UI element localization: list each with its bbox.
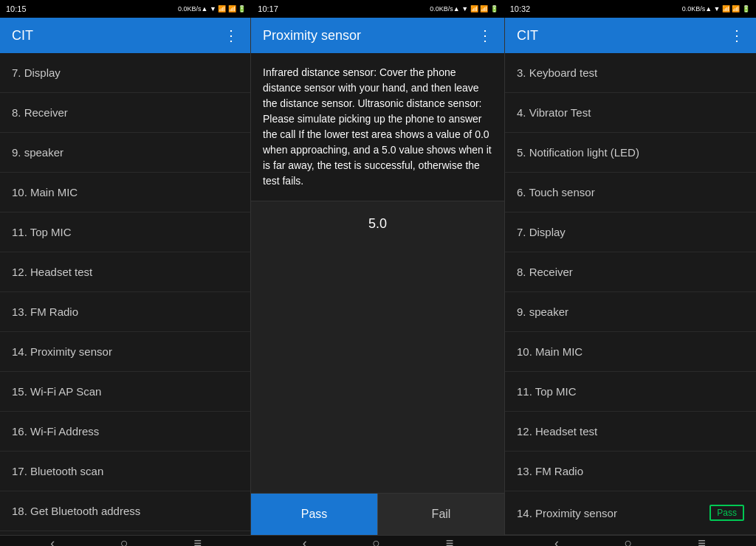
app-bar-left: CIT ⋮ bbox=[0, 18, 250, 53]
list-item[interactable]: 13. FM Radio bbox=[0, 292, 250, 332]
list-item[interactable]: 8. Receiver bbox=[505, 252, 756, 292]
app-bar-title-right: CIT bbox=[517, 28, 538, 44]
list-item[interactable]: 9. speaker bbox=[0, 133, 250, 173]
time-left: 10:15 bbox=[6, 4, 27, 13]
list-item[interactable]: 8. Receiver bbox=[0, 93, 250, 133]
nav-back-left[interactable]: ‹ bbox=[50, 536, 55, 546]
list-item[interactable]: 10. Main MIC bbox=[0, 173, 250, 212]
nav-menu-left[interactable]: ≡ bbox=[193, 536, 202, 546]
list-item[interactable]: 7. Display bbox=[505, 212, 756, 252]
sensor-value: 5.0 bbox=[368, 216, 387, 232]
icons-middle: 0.0KB/s▲ ▼ 📶 📶 🔋 bbox=[430, 5, 498, 13]
pass-button[interactable]: Pass bbox=[251, 494, 377, 535]
list-item[interactable]: 7. Display bbox=[0, 53, 250, 93]
app-bar-right: CIT ⋮ bbox=[505, 18, 756, 53]
list-item[interactable]: 16. Wi-Fi Address bbox=[0, 412, 250, 452]
time-middle: 10:17 bbox=[258, 4, 278, 13]
list-item[interactable]: 4. Vibrator Test bbox=[505, 93, 756, 133]
sensor-value-area: 5.0 bbox=[251, 201, 504, 494]
icons-left: 0.0KB/s▲ ▼ 📶 📶 🔋 bbox=[178, 5, 246, 13]
list-item-label: 12. Headset test bbox=[517, 425, 597, 438]
nav-back-right[interactable]: ‹ bbox=[554, 536, 559, 546]
nav-back-middle[interactable]: ‹ bbox=[303, 536, 307, 546]
list-item-label: 7. Display bbox=[517, 226, 566, 238]
status-bars-row: 10:15 0.0KB/s▲ ▼ 📶 📶 🔋 10:17 0.0KB/s▲ ▼ … bbox=[0, 0, 756, 18]
list-item[interactable]: 11. Top MIC bbox=[0, 212, 250, 252]
list-item[interactable]: 5. Notification light (LED) bbox=[505, 133, 756, 173]
sensor-description: Infrared distance sensor: Cover the phon… bbox=[251, 53, 504, 201]
list-item-label: 14. Proximity sensor bbox=[517, 507, 617, 519]
list-item[interactable]: 12. Headset test bbox=[505, 412, 756, 452]
list-left: 7. Display8. Receiver9. speaker10. Main … bbox=[0, 53, 250, 535]
list-item[interactable]: 6. Touch sensor bbox=[505, 173, 756, 212]
nav-menu-middle[interactable]: ≡ bbox=[446, 536, 454, 546]
action-buttons: Pass Fail bbox=[251, 494, 504, 535]
icons-right: 0.0KB/s▲ ▼ 📶 📶 🔋 bbox=[682, 5, 750, 13]
list-item-label: 11. Top MIC bbox=[517, 385, 577, 398]
nav-home-middle[interactable]: ○ bbox=[372, 536, 380, 546]
list-item-label: 6. Touch sensor bbox=[517, 186, 595, 198]
list-right: 3. Keyboard test4. Vibrator Test5. Notif… bbox=[505, 53, 756, 535]
list-item-label: 13. FM Radio bbox=[517, 465, 583, 477]
app-bar-middle: Proximity sensor ⋮ bbox=[251, 18, 504, 53]
nav-menu-right[interactable]: ≡ bbox=[698, 536, 706, 546]
panel-middle: Proximity sensor ⋮ Infrared distance sen… bbox=[251, 18, 505, 535]
list-item-label: 5. Notification light (LED) bbox=[517, 146, 639, 159]
list-item[interactable]: 13. FM Radio bbox=[505, 452, 756, 491]
time-right: 10:32 bbox=[510, 4, 531, 13]
list-item[interactable]: 12. Headset test bbox=[0, 252, 250, 292]
panel-left: CIT ⋮ 7. Display8. Receiver9. speaker10.… bbox=[0, 18, 251, 535]
fail-button[interactable]: Fail bbox=[377, 494, 504, 535]
status-bar-middle: 10:17 0.0KB/s▲ ▼ 📶 📶 🔋 bbox=[252, 0, 504, 18]
bottom-nav-row: ‹ ○ ≡ ‹ ○ ≡ ‹ ○ ≡ bbox=[0, 535, 756, 546]
panel-right: CIT ⋮ 3. Keyboard test4. Vibrator Test5.… bbox=[505, 18, 756, 535]
bottom-nav-right: ‹ ○ ≡ bbox=[504, 535, 756, 546]
menu-icon-middle[interactable]: ⋮ bbox=[478, 27, 492, 44]
status-bar-left: 10:15 0.0KB/s▲ ▼ 📶 📶 🔋 bbox=[0, 0, 252, 18]
list-item-label: 3. Keyboard test bbox=[517, 66, 597, 79]
pass-badge: Pass bbox=[709, 505, 744, 521]
list-item[interactable]: 14. Proximity sensorPass bbox=[505, 491, 756, 535]
nav-home-left[interactable]: ○ bbox=[120, 536, 128, 546]
nav-home-right[interactable]: ○ bbox=[625, 536, 633, 546]
bottom-nav-left: ‹ ○ ≡ bbox=[0, 535, 252, 546]
list-item[interactable]: 3. Keyboard test bbox=[505, 53, 756, 93]
bottom-nav-middle: ‹ ○ ≡ bbox=[252, 535, 504, 546]
list-item-label: 9. speaker bbox=[517, 305, 568, 318]
list-item-label: 10. Main MIC bbox=[517, 345, 583, 358]
main-panels: CIT ⋮ 7. Display8. Receiver9. speaker10.… bbox=[0, 18, 756, 535]
list-item-label: 4. Vibrator Test bbox=[517, 106, 591, 119]
menu-icon-left[interactable]: ⋮ bbox=[224, 27, 238, 44]
status-bar-right: 10:32 0.0KB/s▲ ▼ 📶 📶 🔋 bbox=[504, 0, 756, 18]
list-item[interactable]: 10. Main MIC bbox=[505, 332, 756, 372]
list-item[interactable]: 11. Top MIC bbox=[505, 372, 756, 412]
list-item-label: 8. Receiver bbox=[517, 266, 573, 278]
list-item[interactable]: 15. Wi-Fi AP Scan bbox=[0, 372, 250, 412]
list-item[interactable]: 14. Proximity sensor bbox=[0, 332, 250, 372]
app-bar-title-left: CIT bbox=[12, 28, 33, 44]
list-item[interactable]: 17. Bluetooth scan bbox=[0, 452, 250, 491]
menu-icon-right[interactable]: ⋮ bbox=[729, 27, 744, 44]
list-item[interactable]: 18. Get Bluetooth address bbox=[0, 491, 250, 531]
list-item[interactable]: 9. speaker bbox=[505, 292, 756, 332]
app-bar-title-middle: Proximity sensor bbox=[263, 28, 361, 44]
